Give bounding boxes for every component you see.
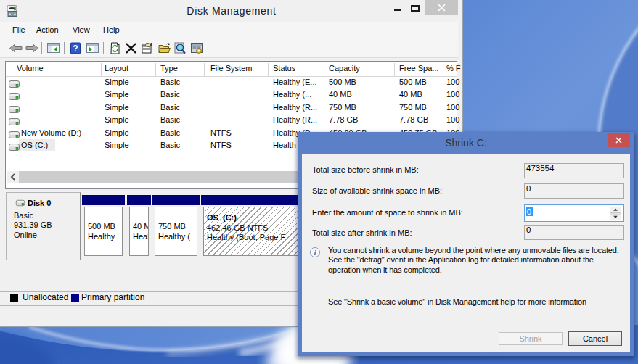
svg-text:?: ? [73,44,78,54]
